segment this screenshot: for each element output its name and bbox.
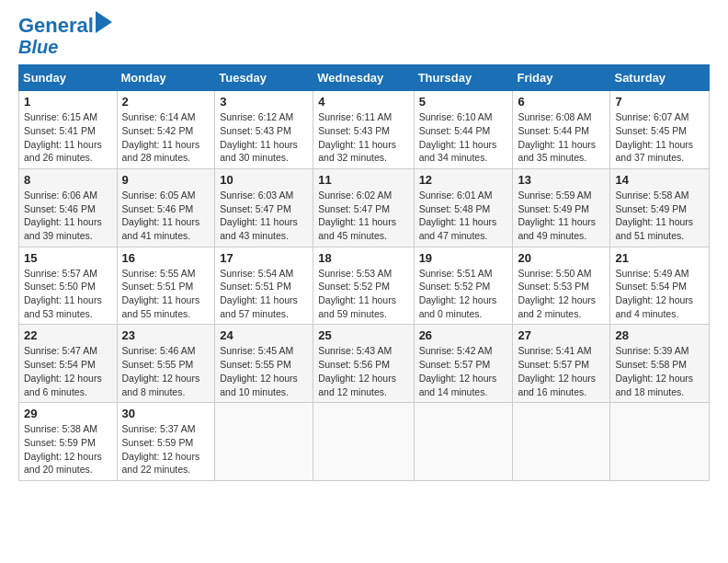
day-detail: Sunrise: 5:49 AM Sunset: 5:54 PM Dayligh… — [615, 267, 704, 321]
calendar-cell — [513, 403, 610, 481]
calendar-cell: 15 Sunrise: 5:57 AM Sunset: 5:50 PM Dayl… — [19, 247, 118, 325]
logo-blue-text: Blue — [18, 37, 58, 57]
calendar-cell: 16 Sunrise: 5:55 AM Sunset: 5:51 PM Dayl… — [117, 247, 215, 325]
weekday-header-sunday: Sunday — [19, 65, 118, 91]
weekday-header-row: SundayMondayTuesdayWednesdayThursdayFrid… — [19, 65, 710, 91]
day-number: 24 — [220, 328, 308, 342]
day-detail: Sunrise: 5:41 AM Sunset: 5:57 PM Dayligh… — [518, 344, 605, 398]
day-number: 13 — [518, 173, 605, 187]
day-detail: Sunrise: 5:57 AM Sunset: 5:50 PM Dayligh… — [24, 267, 112, 321]
day-number: 11 — [318, 173, 408, 187]
day-detail: Sunrise: 6:11 AM Sunset: 5:43 PM Dayligh… — [318, 110, 408, 165]
day-detail: Sunrise: 6:07 AM Sunset: 5:45 PM Dayligh… — [615, 110, 704, 165]
day-number: 26 — [419, 328, 508, 342]
calendar-cell: 19 Sunrise: 5:51 AM Sunset: 5:52 PM Dayl… — [414, 247, 513, 325]
calendar-cell: 20 Sunrise: 5:50 AM Sunset: 5:53 PM Dayl… — [513, 247, 610, 325]
calendar-cell — [610, 403, 710, 481]
day-number: 22 — [24, 328, 112, 342]
calendar-cell: 22 Sunrise: 5:47 AM Sunset: 5:54 PM Dayl… — [19, 325, 118, 403]
day-detail: Sunrise: 6:12 AM Sunset: 5:43 PM Dayligh… — [220, 110, 308, 165]
day-detail: Sunrise: 5:55 AM Sunset: 5:51 PM Dayligh… — [122, 267, 210, 321]
calendar-cell: 3 Sunrise: 6:12 AM Sunset: 5:43 PM Dayli… — [215, 91, 313, 169]
calendar-cell: 11 Sunrise: 6:02 AM Sunset: 5:47 PM Dayl… — [313, 168, 414, 247]
calendar-week-row: 1 Sunrise: 6:15 AM Sunset: 5:41 PM Dayli… — [19, 91, 710, 169]
day-number: 2 — [122, 95, 210, 109]
weekday-header-wednesday: Wednesday — [313, 65, 414, 91]
calendar-week-row: 22 Sunrise: 5:47 AM Sunset: 5:54 PM Dayl… — [19, 325, 710, 403]
day-number: 8 — [24, 173, 112, 187]
logo: General Blue — [18, 15, 112, 57]
calendar-cell — [414, 403, 513, 481]
day-detail: Sunrise: 6:15 AM Sunset: 5:41 PM Dayligh… — [24, 110, 112, 165]
calendar-cell: 30 Sunrise: 5:37 AM Sunset: 5:59 PM Dayl… — [117, 403, 215, 481]
day-number: 19 — [419, 251, 508, 265]
calendar-cell: 25 Sunrise: 5:43 AM Sunset: 5:56 PM Dayl… — [313, 325, 414, 403]
calendar-cell: 10 Sunrise: 6:03 AM Sunset: 5:47 PM Dayl… — [215, 168, 313, 247]
day-number: 25 — [318, 328, 408, 342]
calendar-cell: 2 Sunrise: 6:14 AM Sunset: 5:42 PM Dayli… — [117, 91, 215, 169]
day-number: 4 — [318, 95, 408, 109]
day-detail: Sunrise: 6:02 AM Sunset: 5:47 PM Dayligh… — [318, 189, 408, 243]
calendar-cell: 8 Sunrise: 6:06 AM Sunset: 5:46 PM Dayli… — [19, 168, 118, 247]
day-detail: Sunrise: 6:05 AM Sunset: 5:46 PM Dayligh… — [122, 189, 210, 243]
header: General Blue — [18, 15, 710, 57]
day-detail: Sunrise: 5:46 AM Sunset: 5:55 PM Dayligh… — [122, 344, 210, 398]
day-number: 18 — [318, 251, 408, 265]
day-number: 14 — [615, 173, 704, 187]
calendar-cell: 14 Sunrise: 5:58 AM Sunset: 5:49 PM Dayl… — [610, 168, 710, 247]
day-number: 17 — [220, 251, 308, 265]
weekday-header-monday: Monday — [117, 65, 215, 91]
calendar-week-row: 29 Sunrise: 5:38 AM Sunset: 5:59 PM Dayl… — [19, 403, 710, 481]
calendar-cell: 26 Sunrise: 5:42 AM Sunset: 5:57 PM Dayl… — [414, 325, 513, 403]
calendar-cell: 6 Sunrise: 6:08 AM Sunset: 5:44 PM Dayli… — [513, 91, 610, 169]
day-detail: Sunrise: 5:39 AM Sunset: 5:58 PM Dayligh… — [615, 344, 704, 398]
weekday-header-thursday: Thursday — [414, 65, 513, 91]
calendar-cell — [215, 403, 313, 481]
day-detail: Sunrise: 5:37 AM Sunset: 5:59 PM Dayligh… — [122, 422, 210, 477]
calendar-cell: 4 Sunrise: 6:11 AM Sunset: 5:43 PM Dayli… — [313, 91, 414, 169]
calendar-cell: 18 Sunrise: 5:53 AM Sunset: 5:52 PM Dayl… — [313, 247, 414, 325]
day-number: 28 — [615, 328, 704, 342]
day-detail: Sunrise: 5:53 AM Sunset: 5:52 PM Dayligh… — [318, 267, 408, 321]
day-detail: Sunrise: 5:43 AM Sunset: 5:56 PM Dayligh… — [318, 344, 408, 398]
calendar-cell: 21 Sunrise: 5:49 AM Sunset: 5:54 PM Dayl… — [610, 247, 710, 325]
day-detail: Sunrise: 5:58 AM Sunset: 5:49 PM Dayligh… — [615, 189, 704, 243]
day-number: 23 — [122, 328, 210, 342]
day-detail: Sunrise: 5:47 AM Sunset: 5:54 PM Dayligh… — [24, 344, 112, 398]
day-number: 15 — [24, 251, 112, 265]
day-detail: Sunrise: 6:03 AM Sunset: 5:47 PM Dayligh… — [220, 189, 308, 243]
day-detail: Sunrise: 5:42 AM Sunset: 5:57 PM Dayligh… — [419, 344, 508, 398]
day-number: 7 — [615, 95, 704, 109]
day-detail: Sunrise: 5:59 AM Sunset: 5:49 PM Dayligh… — [518, 189, 605, 243]
calendar-cell: 7 Sunrise: 6:07 AM Sunset: 5:45 PM Dayli… — [610, 91, 710, 169]
day-detail: Sunrise: 5:38 AM Sunset: 5:59 PM Dayligh… — [24, 422, 112, 477]
weekday-header-tuesday: Tuesday — [215, 65, 313, 91]
calendar-cell: 9 Sunrise: 6:05 AM Sunset: 5:46 PM Dayli… — [117, 168, 215, 247]
calendar-week-row: 8 Sunrise: 6:06 AM Sunset: 5:46 PM Dayli… — [19, 168, 710, 247]
day-number: 30 — [122, 407, 210, 420]
calendar-cell: 27 Sunrise: 5:41 AM Sunset: 5:57 PM Dayl… — [513, 325, 610, 403]
calendar-week-row: 15 Sunrise: 5:57 AM Sunset: 5:50 PM Dayl… — [19, 247, 710, 325]
logo-text: General — [18, 15, 94, 37]
day-number: 3 — [220, 95, 308, 109]
calendar-cell: 12 Sunrise: 6:01 AM Sunset: 5:48 PM Dayl… — [414, 168, 513, 247]
calendar-cell: 13 Sunrise: 5:59 AM Sunset: 5:49 PM Dayl… — [513, 168, 610, 247]
day-detail: Sunrise: 5:51 AM Sunset: 5:52 PM Dayligh… — [419, 267, 508, 321]
day-detail: Sunrise: 6:14 AM Sunset: 5:42 PM Dayligh… — [122, 110, 210, 165]
weekday-header-saturday: Saturday — [610, 65, 710, 91]
weekday-header-friday: Friday — [513, 65, 610, 91]
calendar-table: SundayMondayTuesdayWednesdayThursdayFrid… — [18, 64, 710, 481]
day-number: 1 — [24, 95, 112, 109]
calendar-cell: 23 Sunrise: 5:46 AM Sunset: 5:55 PM Dayl… — [117, 325, 215, 403]
day-number: 29 — [24, 407, 112, 420]
calendar-cell — [313, 403, 414, 481]
day-detail: Sunrise: 6:08 AM Sunset: 5:44 PM Dayligh… — [518, 110, 605, 165]
day-number: 6 — [518, 95, 605, 109]
day-number: 9 — [122, 173, 210, 187]
calendar-cell: 29 Sunrise: 5:38 AM Sunset: 5:59 PM Dayl… — [19, 403, 118, 481]
calendar-cell: 5 Sunrise: 6:10 AM Sunset: 5:44 PM Dayli… — [414, 91, 513, 169]
day-detail: Sunrise: 6:06 AM Sunset: 5:46 PM Dayligh… — [24, 189, 112, 243]
calendar-cell: 24 Sunrise: 5:45 AM Sunset: 5:55 PM Dayl… — [215, 325, 313, 403]
calendar-cell: 1 Sunrise: 6:15 AM Sunset: 5:41 PM Dayli… — [19, 91, 118, 169]
logo-arrow-icon — [96, 11, 112, 33]
